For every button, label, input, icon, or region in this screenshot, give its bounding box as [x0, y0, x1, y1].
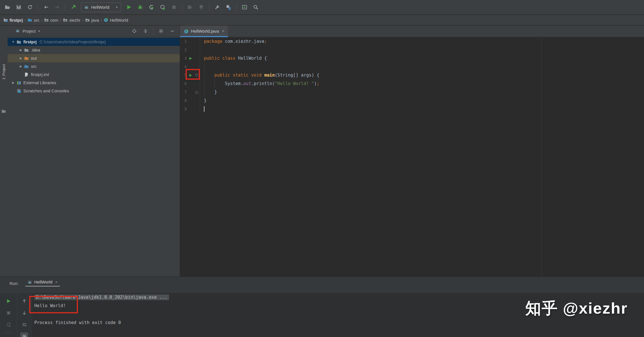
gear-icon[interactable]	[157, 28, 165, 35]
rerun-button[interactable]	[4, 297, 12, 305]
breadcrumb-item-firstprj[interactable]: firstprj	[3, 18, 23, 23]
code-token	[262, 73, 264, 78]
tab-hellworld-java[interactable]: C HellWorld.java ×	[180, 26, 228, 37]
run-button[interactable]	[125, 3, 133, 11]
line-number: 8	[180, 98, 187, 103]
collapsed-arrow-icon[interactable]: ▶	[18, 57, 24, 60]
code-token: com.xiezhr.java	[222, 39, 264, 44]
collapse-all-icon[interactable]	[142, 28, 149, 35]
tree-item-label: firstprj	[23, 39, 37, 44]
breadcrumb-item-java[interactable]: java	[85, 18, 99, 23]
line-number: 3	[180, 56, 187, 61]
code-text: System.out.println("Hello World! ");	[200, 81, 319, 86]
stop-dim-button[interactable]	[4, 309, 12, 317]
code-token: main	[264, 73, 275, 78]
breadcrumb-item-src[interactable]: src	[28, 18, 39, 23]
breadcrumb-label: xiezhr	[69, 18, 80, 23]
code-line-3: 3public class HellWorld {	[180, 54, 644, 63]
tree-item-label: out	[31, 56, 37, 61]
app-icon	[28, 280, 32, 284]
breadcrumb-label: firstprj	[10, 18, 23, 23]
locate-icon[interactable]	[130, 28, 138, 35]
expanded-arrow-icon[interactable]: ▼	[10, 40, 16, 43]
soft-wrap-button[interactable]	[20, 321, 28, 329]
breadcrumb-item-com[interactable]: com	[44, 18, 58, 23]
hide-panel-icon[interactable]	[168, 28, 176, 35]
code-token: .println(	[251, 81, 275, 86]
chevron-down-icon[interactable]: ▼	[38, 30, 40, 33]
runnable-class-icon: C	[104, 18, 108, 22]
app-icon	[84, 5, 89, 10]
tree-item-scratches-and-consoles[interactable]: Scratches and Consoles	[8, 87, 180, 95]
open-folder-button[interactable]	[3, 3, 11, 11]
run-window-button[interactable]	[241, 3, 249, 11]
rerun-failed-button[interactable]	[4, 321, 12, 329]
collapsed-arrow-icon[interactable]: ▶	[18, 65, 24, 68]
fold-end-icon[interactable]	[194, 91, 199, 94]
tree-item-external-libraries[interactable]: ▶External Libraries	[8, 79, 180, 87]
build-hammer-icon	[71, 5, 76, 10]
run-line-icon[interactable]	[187, 57, 194, 60]
forward-icon	[55, 5, 60, 10]
project-structure-button[interactable]	[225, 3, 233, 11]
code-token: ;	[264, 39, 267, 44]
chevron-right-icon: ›	[60, 18, 61, 22]
scroll-end-button[interactable]	[20, 332, 28, 337]
project-stripe-button[interactable]: 1: Project	[0, 62, 8, 82]
folder-icon	[1, 110, 6, 114]
collapsed-arrow-icon[interactable]: ▶	[18, 48, 24, 52]
tree-item-out[interactable]: ▶out	[8, 54, 180, 62]
save-all-button[interactable]	[15, 3, 22, 11]
favorites-stripe-icon[interactable]	[1, 109, 6, 115]
package-folder-icon	[44, 18, 49, 22]
tree-item-label: firstprj.iml	[31, 72, 49, 77]
project-panel-title[interactable]: Project	[22, 29, 36, 34]
settings-wrench-button[interactable]	[213, 3, 221, 11]
close-icon[interactable]: ×	[55, 280, 58, 284]
debug-button[interactable]	[136, 3, 144, 11]
debug-icon	[138, 5, 143, 10]
folder-icon	[24, 48, 29, 52]
run-with-coverage-button[interactable]	[148, 3, 156, 11]
runnable-class-icon: C	[184, 29, 189, 34]
run-configuration-dropdown[interactable]: HellWorld▼	[81, 3, 121, 12]
down-arrow-button[interactable]	[20, 309, 28, 317]
line-number: 1	[180, 39, 187, 44]
close-icon[interactable]: ×	[222, 29, 224, 34]
code-text: }	[200, 98, 206, 103]
up-arrow-button[interactable]	[20, 297, 28, 305]
code-editor[interactable]: 1package com.xiezhr.java;23public class …	[180, 37, 644, 276]
profiler-button[interactable]	[159, 3, 167, 11]
main-toolbar: HellWorld▼	[0, 0, 644, 15]
profiler-icon	[160, 5, 165, 10]
source-folder-icon	[28, 18, 32, 22]
code-line-4: 4	[180, 63, 644, 71]
breadcrumb-item-xiezhr[interactable]: xiezhr	[63, 18, 80, 23]
toolbar-separator	[237, 4, 237, 11]
tree-item-firstprj[interactable]: ▼firstprjC:\Users\xiezhr\IdeaProjects\fi…	[8, 38, 180, 46]
package-folder-icon	[85, 18, 90, 22]
back-button[interactable]	[42, 3, 50, 11]
search-everywhere-button[interactable]	[252, 3, 260, 11]
tree-item--idea[interactable]: ▶.idea	[8, 46, 180, 54]
build-hammer-button[interactable]	[69, 3, 77, 11]
collapsed-arrow-icon[interactable]: ▶	[10, 81, 16, 84]
svg-text:C: C	[105, 19, 107, 21]
toolbar-separator	[17, 293, 17, 337]
code-text	[200, 106, 204, 112]
back-icon	[43, 5, 49, 10]
breadcrumb-item-HellWorld[interactable]: CHellWorld	[104, 18, 128, 23]
code-token: }	[204, 90, 217, 95]
code-token: ;	[317, 81, 319, 86]
line-number: 7	[180, 90, 187, 94]
run-tab-hellworld[interactable]: HellWorld ×	[26, 280, 59, 287]
annotation-box-run-gutter	[186, 69, 200, 80]
attach-debugger-button	[186, 3, 194, 11]
toolbar-separator	[209, 4, 210, 11]
tree-item-firstprj-iml[interactable]: firstprj.iml	[8, 70, 180, 79]
project-panel: Project ▼ ▼firstprjC:\Users\xiezhr\IdeaP…	[8, 26, 180, 276]
tree-item-src[interactable]: ▶src	[8, 62, 180, 70]
sync-button[interactable]	[26, 3, 34, 11]
stop-icon	[171, 5, 177, 10]
code-line-5: 5 public static void main(String[] args)…	[180, 71, 644, 79]
